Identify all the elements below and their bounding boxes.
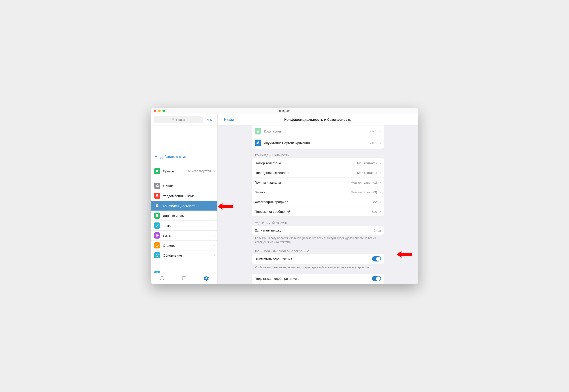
minimize-button[interactable] xyxy=(158,110,161,112)
titlebar: Telegram xyxy=(151,108,418,114)
traffic-lights xyxy=(154,110,165,112)
brush-icon xyxy=(154,223,160,229)
tab-settings[interactable] xyxy=(204,276,209,282)
row-suggest-contacts[interactable]: Подсказка людей при поиске xyxy=(252,274,384,284)
sidebar-item-proxy[interactable]: Прокси Не используется › xyxy=(151,166,217,176)
proxy-value: Не используется xyxy=(187,169,211,173)
chevron-right-icon: › xyxy=(213,233,215,238)
close-button[interactable] xyxy=(154,110,156,112)
lock-icon xyxy=(154,203,160,209)
tab-chats[interactable] xyxy=(181,276,187,282)
svg-point-6 xyxy=(157,245,158,245)
lock-icon xyxy=(255,128,261,135)
svg-point-9 xyxy=(161,277,163,278)
back-button[interactable]: ‹ Назад xyxy=(218,117,238,122)
toggle-suggest-contacts[interactable] xyxy=(372,276,381,281)
main-header: ‹ Назад Конфиденциальность и безопасност… xyxy=(218,114,418,126)
sidebar-item-theme[interactable]: Тема › xyxy=(151,221,217,231)
sidebar-item-update[interactable]: Обновление › xyxy=(151,251,217,260)
chevron-right-icon: › xyxy=(380,141,381,145)
sidebar-item-general[interactable]: Общие › xyxy=(151,181,217,191)
proxy-label: Прокси xyxy=(163,169,184,173)
group-delete-account: УДАЛИТЬ МОЙ АККАУНТ Если я не захожу 1 г… xyxy=(252,220,384,244)
sidebar-item-language[interactable]: Язык › xyxy=(151,231,217,240)
sidebar-item-privacy[interactable]: Конфиденциальность › xyxy=(151,201,217,211)
group-privacy: КОНФИДЕНЦИАЛЬНОСТЬ Номер телефона Мои ко… xyxy=(252,153,384,216)
search-input[interactable]: Поиск xyxy=(154,116,203,123)
sidebar: Поиск Изм. + Добавить аккаунт Прокси Не … xyxy=(151,114,218,284)
toggle-disable-filtering[interactable] xyxy=(372,256,381,262)
app-window: Telegram Поиск Изм. + Добавить аккаунт xyxy=(151,108,418,284)
row-forwarding[interactable]: Пересылка сообщений Все › xyxy=(252,207,384,216)
row-profile-photo[interactable]: Фотография профиля Все › xyxy=(252,197,384,207)
gear-icon xyxy=(154,183,160,189)
group-suggestions: Подсказка людей при поиске Показывать по… xyxy=(252,274,384,284)
row-calls[interactable]: Звонки Мои контакты (+3) › xyxy=(252,187,384,197)
shield-icon xyxy=(154,168,160,174)
chevron-right-icon: › xyxy=(213,253,215,258)
maximize-button[interactable] xyxy=(163,110,165,112)
svg-point-5 xyxy=(156,245,157,245)
sidebar-item-notifications[interactable]: Уведомления и звук › xyxy=(151,191,217,201)
svg-point-4 xyxy=(156,244,158,247)
question-icon: ? xyxy=(154,271,160,273)
chevron-right-icon: › xyxy=(380,129,381,134)
refresh-icon xyxy=(154,252,160,258)
chevron-right-icon: › xyxy=(213,194,215,198)
svg-point-0 xyxy=(172,118,174,120)
row-if-away[interactable]: Если я не захожу 1 год xyxy=(252,226,384,235)
row-phone-number[interactable]: Номер телефона Мои контакты › xyxy=(252,158,384,168)
chevron-right-icon: › xyxy=(213,184,215,188)
sidebar-item-stickers[interactable]: Стикеры › xyxy=(151,240,217,251)
row-last-seen[interactable]: Последняя активность Мои контакты › xyxy=(252,168,384,178)
sidebar-header: Поиск Изм. xyxy=(151,114,217,126)
globe-icon xyxy=(154,232,160,238)
search-placeholder: Поиск xyxy=(176,118,185,122)
chevron-right-icon: › xyxy=(213,243,215,248)
chevron-right-icon: › xyxy=(380,209,381,214)
tab-contacts[interactable] xyxy=(159,276,165,282)
add-account-label: Добавить аккаунт xyxy=(161,155,188,158)
add-account-button[interactable]: + Добавить аккаунт xyxy=(151,152,217,161)
group-sensitive: МАТЕРИАЛЫ ДЕЛИКАТНОГО ХАРАКТЕРА Выключит… xyxy=(252,248,384,270)
sticker-icon xyxy=(154,242,160,249)
chevron-right-icon: › xyxy=(213,223,215,228)
window-title: Telegram xyxy=(151,109,418,112)
row-passcode[interactable]: Код-пароль Выкл. › xyxy=(252,126,384,137)
chevron-right-icon: › xyxy=(380,199,381,204)
bell-icon xyxy=(154,193,160,199)
group-security: Код-пароль Выкл. › Двухэтапная аутентифи… xyxy=(252,126,384,149)
chevron-right-icon: › xyxy=(380,190,381,195)
chevron-right-icon: › xyxy=(380,170,381,175)
bottom-tabs xyxy=(151,273,217,284)
page-title: Конфиденциальность и безопасность xyxy=(218,118,418,122)
sidebar-item-faq[interactable]: ? Telegram FAQ › xyxy=(151,269,217,273)
row-two-step[interactable]: Двухэтапная аутентификация Выкл. › xyxy=(252,137,384,149)
chevron-left-icon: ‹ xyxy=(221,117,223,122)
chevron-right-icon: › xyxy=(380,161,381,165)
svg-line-1 xyxy=(174,120,174,120)
chevron-right-icon: › xyxy=(380,180,381,185)
database-icon xyxy=(154,212,160,219)
chevron-right-icon: › xyxy=(213,213,215,218)
plus-icon: + xyxy=(154,154,157,159)
chevron-right-icon: › xyxy=(213,204,215,208)
search-icon xyxy=(172,118,175,122)
row-disable-filtering[interactable]: Выключить ограничения xyxy=(252,254,384,264)
sidebar-item-data[interactable]: Данные и память › xyxy=(151,211,217,221)
main-panel: ‹ Назад Конфиденциальность и безопасност… xyxy=(218,114,418,284)
key-icon xyxy=(255,140,261,146)
edit-button[interactable]: Изм. xyxy=(205,118,215,122)
chevron-right-icon: › xyxy=(213,169,215,173)
row-groups[interactable]: Группы и каналы Мои контакты (+1) › xyxy=(252,178,384,187)
